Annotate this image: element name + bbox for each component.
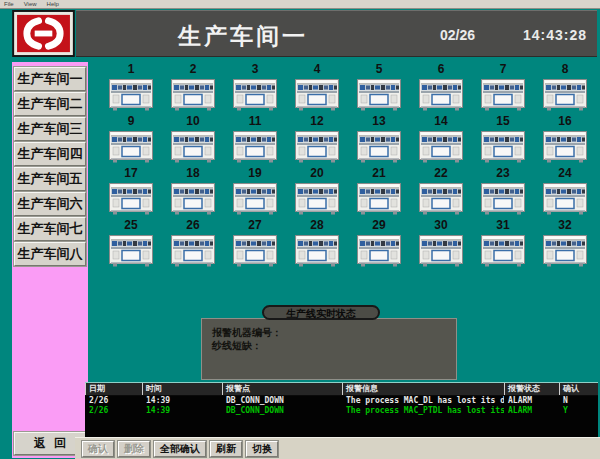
machine-number: 25	[124, 218, 137, 232]
machine-number: 3	[252, 62, 259, 76]
machine-cell-4[interactable]: 4	[286, 62, 348, 114]
machine-number: 23	[496, 166, 509, 180]
sidebar-item-workshop-4[interactable]: 生产车间四	[14, 142, 86, 166]
machine-cell-12[interactable]: 12	[286, 114, 348, 166]
machine-number: 32	[558, 218, 571, 232]
knitting-machine-icon	[480, 232, 526, 267]
machine-cell-31[interactable]: 31	[472, 218, 534, 270]
bottom-button-刷新[interactable]: 刷新	[210, 441, 242, 457]
table-row[interactable]: 2/2614:39DB_CONN_DOWNThe process MAC_DL …	[85, 396, 598, 406]
status-panel-title: 生产线实时状态	[262, 305, 380, 320]
column-header: 日期	[85, 383, 142, 395]
menu-item-file[interactable]: File	[4, 0, 14, 9]
machine-cell-22[interactable]: 22	[410, 166, 472, 218]
machine-cell-18[interactable]: 18	[162, 166, 224, 218]
knitting-machine-icon	[480, 76, 526, 111]
page-title: 生产车间一	[178, 21, 308, 52]
knitting-machine-icon	[232, 180, 278, 215]
machine-cell-26[interactable]: 26	[162, 218, 224, 270]
machine-number: 2	[190, 62, 197, 76]
bottom-button-确认[interactable]: 确认	[82, 441, 114, 457]
cell-ack: N	[559, 396, 598, 406]
machine-cell-28[interactable]: 28	[286, 218, 348, 270]
machine-cell-6[interactable]: 6	[410, 62, 472, 114]
machine-cell-5[interactable]: 5	[348, 62, 410, 114]
knitting-machine-icon	[356, 232, 402, 267]
machine-number: 30	[434, 218, 447, 232]
bottom-button-切换[interactable]: 切换	[246, 441, 278, 457]
machine-cell-29[interactable]: 29	[348, 218, 410, 270]
machine-number: 26	[186, 218, 199, 232]
column-header: 确认	[559, 383, 598, 395]
machine-cell-25[interactable]: 25	[100, 218, 162, 270]
machine-number: 21	[372, 166, 385, 180]
knitting-machine-icon	[170, 180, 216, 215]
knitting-machine-icon	[480, 180, 526, 215]
sidebar-item-workshop-1[interactable]: 生产车间一	[14, 67, 86, 91]
knitting-machine-icon	[418, 128, 464, 163]
cell-point: DB_CONN_DOWN	[222, 396, 342, 406]
knitting-machine-icon	[170, 76, 216, 111]
machine-cell-20[interactable]: 20	[286, 166, 348, 218]
machine-number: 14	[434, 114, 447, 128]
sidebar-item-workshop-2[interactable]: 生产车间二	[14, 92, 86, 116]
machine-cell-16[interactable]: 16	[534, 114, 596, 166]
bottom-button-全部确认[interactable]: 全部确认	[154, 441, 206, 457]
column-header: 报警点	[222, 383, 342, 395]
machine-cell-21[interactable]: 21	[348, 166, 410, 218]
menu-bar: FileViewHelp	[0, 0, 600, 9]
header-date: 02/26	[440, 27, 475, 43]
machine-cell-23[interactable]: 23	[472, 166, 534, 218]
machine-cell-3[interactable]: 3	[224, 62, 286, 114]
knitting-machine-icon	[108, 180, 154, 215]
machine-number: 24	[558, 166, 571, 180]
table-row[interactable]: 2/2614:39DB_CONN_DOWNThe process MAC_PTD…	[85, 406, 598, 416]
machine-cell-11[interactable]: 11	[224, 114, 286, 166]
machine-number: 20	[310, 166, 323, 180]
knitting-machine-icon	[294, 180, 340, 215]
knitting-machine-icon	[418, 76, 464, 111]
machine-cell-24[interactable]: 24	[534, 166, 596, 218]
menu-item-help[interactable]: Help	[47, 0, 59, 9]
column-header: 时间	[142, 383, 222, 395]
logo-h-icon	[12, 10, 75, 57]
sidebar-item-workshop-8[interactable]: 生产车间八	[14, 242, 86, 266]
company-logo	[12, 10, 75, 57]
sidebar-item-workshop-3[interactable]: 生产车间三	[14, 117, 86, 141]
alarm-table-header: 日期时间报警点报警信息报警状态确认	[85, 383, 598, 396]
machine-cell-7[interactable]: 7	[472, 62, 534, 114]
knitting-machine-icon	[170, 128, 216, 163]
sidebar-item-workshop-5[interactable]: 生产车间五	[14, 167, 86, 191]
machine-cell-8[interactable]: 8	[534, 62, 596, 114]
cell-date: 2/26	[85, 396, 142, 406]
machine-number: 6	[438, 62, 445, 76]
machine-cell-14[interactable]: 14	[410, 114, 472, 166]
machine-cell-13[interactable]: 13	[348, 114, 410, 166]
menu-item-view[interactable]: View	[24, 0, 37, 9]
alarm-table: 日期时间报警点报警信息报警状态确认 2/2614:39DB_CONN_DOWNT…	[85, 382, 598, 437]
machine-cell-2[interactable]: 2	[162, 62, 224, 114]
machine-cell-15[interactable]: 15	[472, 114, 534, 166]
column-header: 报警信息	[342, 383, 504, 395]
knitting-machine-icon	[480, 128, 526, 163]
sidebar-item-workshop-7[interactable]: 生产车间七	[14, 217, 86, 241]
machine-cell-17[interactable]: 17	[100, 166, 162, 218]
machine-number: 15	[496, 114, 509, 128]
machine-cell-32[interactable]: 32	[534, 218, 596, 270]
machine-number: 17	[124, 166, 137, 180]
sidebar-item-workshop-6[interactable]: 生产车间六	[14, 192, 86, 216]
machine-number: 11	[249, 114, 262, 128]
knitting-machine-icon	[542, 232, 588, 267]
machine-cell-1[interactable]: 1	[100, 62, 162, 114]
knitting-machine-icon	[542, 76, 588, 111]
machine-cell-9[interactable]: 9	[100, 114, 162, 166]
cell-date: 2/26	[85, 406, 142, 416]
machine-cell-30[interactable]: 30	[410, 218, 472, 270]
machine-cell-10[interactable]: 10	[162, 114, 224, 166]
cell-status: ALARM	[504, 406, 559, 416]
knitting-machine-icon	[232, 128, 278, 163]
machine-cell-27[interactable]: 27	[224, 218, 286, 270]
yarn-shortage-label: 纱线短缺：	[212, 339, 456, 352]
bottom-button-删除[interactable]: 删除	[118, 441, 150, 457]
machine-cell-19[interactable]: 19	[224, 166, 286, 218]
